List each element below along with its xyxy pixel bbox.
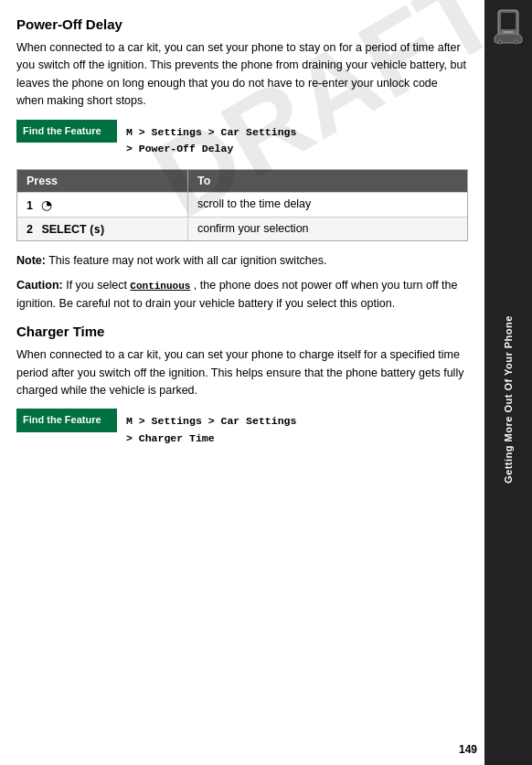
row2-press-text: SELECT (s) bbox=[41, 223, 104, 236]
find-feature-box-1: Find the Feature M > Settings > Car Sett… bbox=[16, 120, 468, 161]
row1-num: 1 bbox=[27, 199, 33, 212]
note-body: This feature may not work with all car i… bbox=[48, 254, 326, 267]
right-sidebar: Getting More Out Of Your Phone bbox=[484, 0, 532, 765]
section1-body: When connected to a car kit, you can set… bbox=[16, 39, 468, 111]
table1: Press To 1 ◔ scroll to the time delay 2 … bbox=[16, 169, 468, 241]
svg-rect-2 bbox=[503, 31, 514, 33]
path-mono-2a: M > Settings > Car Settings bbox=[126, 415, 296, 427]
find-feature-label-1: Find the Feature bbox=[16, 120, 117, 143]
table-row: 1 ◔ scroll to the time delay bbox=[17, 192, 467, 217]
table-row: 2 SELECT (s) confirm your selection bbox=[17, 217, 467, 240]
caution-inline-mono: Continuous bbox=[130, 281, 190, 292]
section2-body: When connected to a car kit, you can set… bbox=[16, 346, 468, 399]
note-text: Note: This feature may not work with all… bbox=[16, 252, 468, 270]
caution-body1: If you select bbox=[66, 279, 130, 292]
find-feature-path-2: M > Settings > Car Settings > Charger Ti… bbox=[117, 409, 305, 450]
main-content: Power-Off Delay When connected to a car … bbox=[0, 0, 484, 765]
sidebar-rotated-text: Getting More Out Of Your Phone bbox=[503, 44, 514, 756]
path-mono-1a: M > Settings > Car Settings bbox=[126, 126, 296, 138]
caution-text: Caution: If you select Continuous , the … bbox=[16, 277, 468, 313]
find-feature-box-2: Find the Feature M > Settings > Car Sett… bbox=[16, 409, 468, 450]
phone-car-icon bbox=[491, 9, 526, 44]
table1-row2-press: 2 SELECT (s) bbox=[17, 218, 188, 240]
svg-point-3 bbox=[498, 40, 502, 44]
find-feature-path-1: M > Settings > Car Settings > Power-Off … bbox=[117, 120, 305, 161]
row2-num: 2 bbox=[27, 223, 33, 236]
path-mono-2b: > Charger Time bbox=[126, 432, 215, 444]
caution-label: Caution: bbox=[16, 279, 63, 292]
find-feature-label-2: Find the Feature bbox=[16, 409, 117, 431]
table1-header: Press To bbox=[17, 170, 467, 192]
section1-title: Power-Off Delay bbox=[16, 16, 468, 32]
table1-header-to: To bbox=[188, 170, 467, 192]
section2-title: Charger Time bbox=[16, 324, 468, 339]
path-mono-1b: > Power-Off Delay bbox=[126, 143, 233, 154]
table1-row2-to: confirm your selection bbox=[188, 218, 467, 240]
table1-row1-press: 1 ◔ bbox=[17, 193, 188, 217]
row1-press-icon: ◔ bbox=[41, 197, 52, 212]
table1-row1-to: scroll to the time delay bbox=[188, 193, 467, 217]
note-label: Note: bbox=[16, 254, 46, 267]
svg-rect-1 bbox=[501, 13, 516, 29]
table1-header-press: Press bbox=[17, 170, 188, 192]
page-number: 149 bbox=[459, 743, 477, 756]
svg-point-4 bbox=[515, 40, 518, 44]
